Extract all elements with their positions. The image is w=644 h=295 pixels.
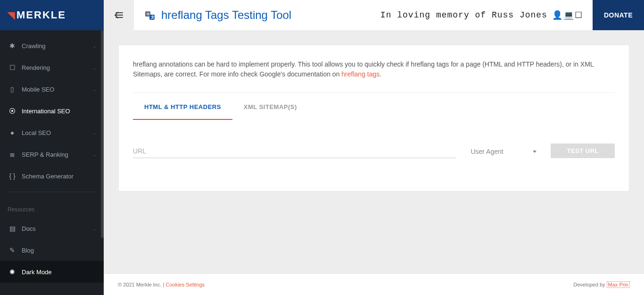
test-url-button[interactable]: TEST URL [551,143,615,158]
sidebar-item-rendering[interactable]: ☐ Rendering ⌄ [0,57,104,78]
tab-xml-sitemap[interactable]: XML SITEMAP(S) [232,95,308,120]
sidebar-item-international-seo[interactable]: ⦿ International SEO [0,100,104,122]
sidebar-item-label: Blog [22,247,34,254]
sidebar-item-label: Mobile SEO [22,86,54,93]
sidebar-item-label: Rendering [22,64,50,71]
cookies-settings-link[interactable]: Cookies Settings [165,282,205,287]
sidebar-item-dark-mode[interactable]: ✺ Dark Mode [0,261,104,283]
caret-down-icon [533,151,537,153]
sidebar-item-crawling[interactable]: ✱ Crawling ⌄ [0,35,104,57]
tab-html-headers[interactable]: HTML & HTTP HEADERS [133,95,232,120]
gear-icon: ✺ [8,268,17,276]
developer-link[interactable]: Max Prin [607,281,630,288]
sidebar-item-label: Crawling [22,42,46,50]
footer-copyright: © 2021 Merkle Inc. | [118,282,165,287]
sidebar-collapse-button[interactable] [104,0,134,30]
translate-icon: G文 [144,9,156,21]
sidebar-item-blog[interactable]: ✎ Blog [0,239,104,261]
sidebar-divider [8,192,96,192]
chevron-down-icon: ⌄ [92,130,96,135]
intro-link[interactable]: hreflang tags [341,70,380,78]
box-icon: ☐ [575,10,582,20]
screen-icon: ☐ [8,64,17,71]
main-card: hreflang annotations can be hard to impl… [119,45,629,191]
list-icon: ≣ [8,151,17,158]
sidebar: ◥ MERKLE ✱ Crawling ⌄ ☐ Rendering ⌄ ▯ Mo… [0,0,104,295]
sidebar-item-label: Schema Generator [22,173,74,180]
brand-logo[interactable]: ◥ MERKLE [0,0,104,30]
sidebar-item-label: International SEO [22,108,70,115]
sidebar-item-docs[interactable]: ▤ Docs ⌄ [0,218,104,239]
laptop-icon: 💻 [563,10,574,20]
brand-arrow-icon: ◥ [8,9,16,21]
chevron-down-icon: ⌄ [92,65,96,70]
sidebar-item-schema-generator[interactable]: { } Schema Generator [0,165,104,187]
developed-by-label: Developed by [573,282,606,287]
svg-text:G: G [147,12,149,16]
tribute-text: In loving memory of Russ Jones [380,10,547,20]
chevron-down-icon: ⌄ [92,87,96,92]
tabs: HTML & HTTP HEADERS XML SITEMAP(S) [133,95,615,120]
pen-icon: ✎ [8,246,17,254]
person-icon: 👤 [552,10,562,20]
url-input[interactable] [133,144,456,158]
tribute-icons: 👤 💻 ☐ [552,10,582,20]
chevron-down-icon: ⌄ [92,43,96,49]
intro-text: hreflang annotations can be hard to impl… [133,59,615,93]
sidebar-item-local-seo[interactable]: ● Local SEO ⌄ [0,122,104,143]
sidebar-item-label: Local SEO [22,129,51,136]
topbar: G文 hreflang Tags Testing Tool In loving … [104,0,644,30]
svg-text:文: 文 [150,15,155,19]
sidebar-item-label: Docs [22,225,36,232]
sidebar-item-serp-ranking[interactable]: ≣ SERP & Ranking ⌄ [0,143,104,165]
page-title: hreflang Tags Testing Tool [161,8,291,22]
docs-icon: ▤ [8,225,17,232]
chevron-down-icon: ⌄ [92,226,96,231]
donate-button[interactable]: DONATE [593,0,644,30]
test-url-label: TEST URL [567,147,599,154]
brand-text: MERKLE [17,9,66,21]
globe-icon: ⦿ [8,107,17,115]
tab-label: HTML & HTTP HEADERS [144,103,221,110]
braces-icon: { } [8,172,17,180]
intro-suffix: . [380,70,381,78]
user-agent-select[interactable]: User Agent [471,148,537,158]
mobile-icon: ▯ [8,85,17,93]
sidebar-item-label: SERP & Ranking [22,151,68,158]
chevron-down-icon: ⌄ [92,152,96,157]
donate-label: DONATE [604,11,633,19]
sidebar-item-mobile-seo[interactable]: ▯ Mobile SEO ⌄ [0,78,104,100]
tab-label: XML SITEMAP(S) [244,103,297,110]
sidebar-heading-resources: Resources [0,197,104,218]
hamburger-arrow-icon [113,9,124,21]
footer: © 2021 Merkle Inc. | Cookies Settings De… [104,273,644,295]
user-agent-label: User Agent [471,148,503,155]
pin-icon: ● [8,129,17,136]
bug-icon: ✱ [8,42,17,50]
sidebar-item-label: Dark Mode [22,269,52,276]
